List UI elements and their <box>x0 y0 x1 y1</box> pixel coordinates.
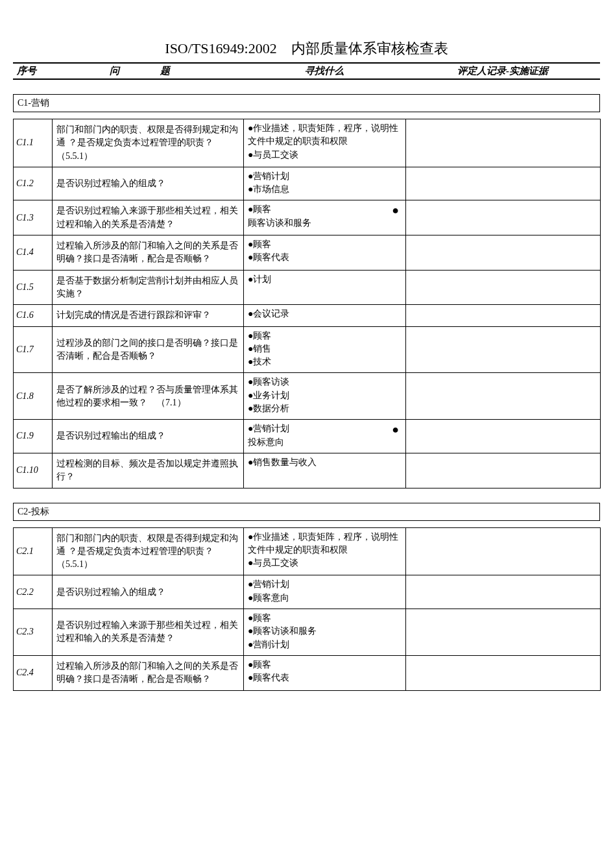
page-title: ISO/TS16949:2002 内部质量体系审核检查表 <box>13 39 600 58</box>
row-evidence <box>406 655 601 690</box>
row-number: C1.3 <box>14 200 53 235</box>
find-item: ●营销计划 <box>248 422 402 435</box>
table-row: C2.3是否识别过程输入来源于那些相关过程，相关过程和输入的关系是否清楚？●顾客… <box>14 609 601 656</box>
find-item: 投标意向 <box>248 436 402 449</box>
row-find: ●顾客●销售●技术 <box>244 326 406 373</box>
row-question: 计划完成的情况是否进行跟踪和评审？ <box>53 305 244 326</box>
row-find: ●作业描述，职责矩阵，程序，说明性文件中规定的职责和权限●与员工交谈 <box>244 527 406 575</box>
row-evidence <box>406 609 601 656</box>
row-evidence <box>406 575 601 609</box>
header-no: 序号 <box>13 63 52 79</box>
find-item: ●数据分析 <box>248 402 402 415</box>
table-row: C1.2是否识别过程输入的组成？●营销计划●市场信息 <box>14 167 601 200</box>
find-item: ●顾客代表 <box>248 671 402 684</box>
row-evidence <box>406 119 601 167</box>
row-number: C1.4 <box>14 235 53 271</box>
table-row: C1.1部门和部门内的职责、权限是否得到规定和沟通 ？是否规定负责本过程管理的职… <box>14 119 601 167</box>
row-evidence <box>406 200 601 235</box>
table-row: C1.5是否基于数据分析制定营削计划并由相应人员实施？●计划 <box>14 270 601 305</box>
row-number: C1.7 <box>14 326 53 373</box>
section-table: C2.1部门和部门内的职责、权限是否得到规定和沟通 ？是否规定负责本过程管理的职… <box>13 527 601 691</box>
find-item: ●营销计划 <box>248 170 402 183</box>
row-find: ●营销计划●市场信息 <box>244 167 406 200</box>
find-item: ●作业描述，职责矩阵，程序，说明性文件中规定的职责和权限 <box>248 531 402 557</box>
table-row: C1.9是否识别过程输出的组成？●营销计划投标意向● <box>14 420 601 453</box>
row-evidence <box>406 235 601 271</box>
row-evidence <box>406 373 601 420</box>
audit-checklist-page: ISO/TS16949:2002 内部质量体系审核检查表 序号 问 题 寻找什么… <box>13 39 600 691</box>
find-item: ●作业描述，职责矩阵，程序，说明性文件中规定的职责和权限 <box>248 122 402 149</box>
row-evidence <box>406 453 601 488</box>
table-row: C1.3是否识别过程输入来源于那些相关过程，相关过程和输入的关系是否清楚？●顾客… <box>14 200 601 235</box>
find-item: ●顾客 <box>248 612 402 625</box>
find-item: ●顾客 <box>248 238 402 251</box>
table-row: C1.6计划完成的情况是否进行跟踪和评审？●会议记录 <box>14 305 601 326</box>
row-question: 是否了解所涉及的过程？否与质量管理体系其他过程的要求相一致？ （7.1） <box>53 373 244 420</box>
row-question: 是否识别过程输入的组成？ <box>53 167 244 200</box>
row-number: C1.10 <box>14 453 53 488</box>
row-question: 过程检测的目标、频次是否加以规定并遵照执行？ <box>53 453 244 488</box>
row-find: ●顾客访谈●业务计划●数据分析 <box>244 373 406 420</box>
find-item: ●计划 <box>248 273 402 286</box>
bullet-icon: ● <box>392 424 399 435</box>
find-item: ●销售 <box>248 343 402 356</box>
row-question: 是否识别过程输出的组成？ <box>53 420 244 453</box>
row-evidence <box>406 527 601 575</box>
row-number: C1.2 <box>14 167 53 200</box>
row-number: C2.1 <box>14 527 53 575</box>
row-question: 部门和部门内的职责、权限是否得到规定和沟通 ？是否规定负责本过程管理的职责？ （… <box>53 119 244 167</box>
find-item: ●顾客 <box>248 203 402 216</box>
find-item: ●技术 <box>248 356 402 368</box>
table-row: C1.7过程涉及的部门之间的接口是否明确？接口是否清晰，配合是否顺畅？●顾客●销… <box>14 326 601 373</box>
table-row: C2.2是否识别过程输入的组成？●营销计划●顾客意向 <box>14 575 601 609</box>
header-evidence: 评定人记录-实施证据 <box>405 63 600 79</box>
row-question: 过程涉及的部门之间的接口是否明确？接口是否清晰，配合是否顺畅？ <box>53 326 244 373</box>
row-question: 过程输入所涉及的部门和输入之间的关系是否明确？接口是否清晰，配合是否顺畅？ <box>53 235 244 271</box>
find-item: ●顾客 <box>248 658 402 671</box>
row-number: C2.3 <box>14 609 53 656</box>
row-find: ●顾客●顾客代表 <box>244 235 406 271</box>
row-question: 过程输入所涉及的部门和输入之间的关系是否明确？接口是否清晰，配合是否顺畅？ <box>53 655 244 690</box>
find-item: ●销售数量与收入 <box>248 456 402 469</box>
table-row: C2.4过程输入所涉及的部门和输入之间的关系是否明确？接口是否清晰，配合是否顺畅… <box>14 655 601 690</box>
row-find: ●销售数量与收入 <box>244 453 406 488</box>
row-evidence <box>406 305 601 326</box>
row-question: 是否识别过程输入来源于那些相关过程，相关过程和输入的关系是否清楚？ <box>53 609 244 656</box>
header-question: 问 题 <box>52 63 243 79</box>
find-item: 顾客访谈和服务 <box>248 217 402 230</box>
row-number: C1.1 <box>14 119 53 167</box>
row-find: ●作业描述，职责矩阵，程序，说明性文件中规定的职责和权限●与员工交谈 <box>244 119 406 167</box>
find-item: ●顾客访谈 <box>248 376 402 389</box>
find-item: ●市场信息 <box>248 183 402 196</box>
find-item: ●顾客意向 <box>248 592 402 605</box>
row-find: ●会议记录 <box>244 305 406 326</box>
column-header-row: 序号 问 题 寻找什么 评定人记录-实施证据 <box>13 62 600 80</box>
find-item: ●与员工交谈 <box>248 557 402 570</box>
row-number: C1.5 <box>14 270 53 305</box>
row-evidence <box>406 270 601 305</box>
row-find: ●顾客●顾客访谈和服务●营削计划 <box>244 609 406 656</box>
find-item: ●业务计划 <box>248 389 402 402</box>
row-number: C1.8 <box>14 373 53 420</box>
header-find: 寻找什么 <box>243 63 405 79</box>
row-question: 是否识别过程输入来源于那些相关过程，相关过程和输入的关系是否清楚？ <box>53 200 244 235</box>
row-evidence <box>406 326 601 373</box>
find-item: ●与员工交谈 <box>248 149 402 162</box>
table-row: C1.10过程检测的目标、频次是否加以规定并遵照执行？●销售数量与收入 <box>14 453 601 488</box>
find-item: ●会议记录 <box>248 307 402 320</box>
row-question: 部门和部门内的职责、权限是否得到规定和沟通 ？是否规定负责本过程管理的职责？ （… <box>53 527 244 575</box>
row-number: C1.9 <box>14 420 53 453</box>
find-item: ●顾客代表 <box>248 251 402 264</box>
row-evidence <box>406 420 601 453</box>
row-evidence <box>406 167 601 200</box>
bullet-icon: ● <box>392 204 399 216</box>
section-header: C2-投标 <box>13 503 600 521</box>
table-row: C1.4过程输入所涉及的部门和输入之间的关系是否明确？接口是否清晰，配合是否顺畅… <box>14 235 601 271</box>
section-header: C1-营销 <box>13 94 600 112</box>
row-find: ●顾客●顾客代表 <box>244 655 406 690</box>
find-item: ●营削计划 <box>248 638 402 651</box>
row-number: C2.4 <box>14 655 53 690</box>
row-question: 是否识别过程输入的组成？ <box>53 575 244 609</box>
find-item: ●顾客 <box>248 330 402 343</box>
table-row: C2.1部门和部门内的职责、权限是否得到规定和沟通 ？是否规定负责本过程管理的职… <box>14 527 601 575</box>
